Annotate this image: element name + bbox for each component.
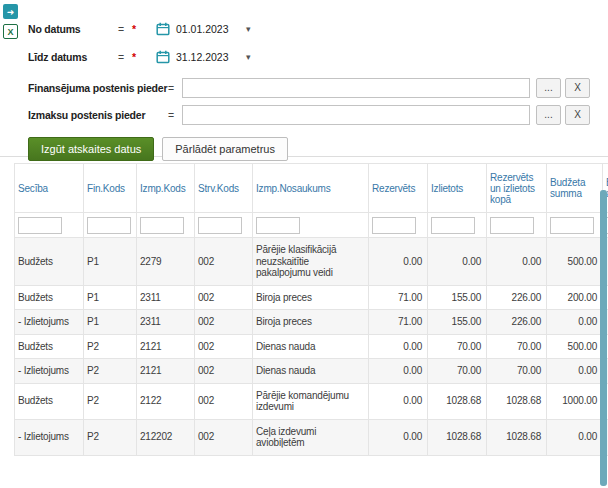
filter-cell	[253, 213, 369, 238]
table-cell: 002	[195, 359, 253, 384]
table-cell: - Izlietojums	[15, 310, 84, 335]
calendar-icon	[156, 22, 170, 36]
table-cell: 002	[195, 310, 253, 335]
column-header[interactable]: Rezervēts	[369, 164, 428, 213]
date-picker-to[interactable]: 31.12.2023 ▾	[156, 50, 251, 64]
date-value-to: 31.12.2023	[176, 51, 236, 63]
field-row-no-datums: No datums = * 01.01.2023 ▾	[28, 22, 608, 36]
table-cell: 155.00	[428, 285, 487, 310]
scrollbar-thumb[interactable]	[600, 190, 607, 486]
finansejuma-postenis-input[interactable]	[182, 78, 530, 98]
table-cell: Ceļa izdevumi aviobiļetēm	[253, 419, 369, 455]
column-header[interactable]: Izmp.Kods	[137, 164, 195, 213]
table-cell: - Izlietojums	[15, 419, 84, 455]
table-cell: 226.00	[487, 310, 547, 335]
table-cell: P1	[84, 238, 137, 286]
table-cell: 200.00	[547, 285, 603, 310]
column-filter-input[interactable]	[198, 217, 242, 234]
table-cell: 1028.68	[487, 383, 547, 419]
column-header[interactable]: Strv.Kods	[195, 164, 253, 213]
table-cell: P2	[84, 359, 137, 384]
table-cell: 1028.68	[428, 383, 487, 419]
column-filter-input[interactable]	[550, 217, 594, 234]
get-report-data-button[interactable]: Izgūt atskaites datus	[28, 137, 154, 161]
table-header-row: SecībaFin.KodsIzmp.KodsStrv.KodsIzmp.Nos…	[15, 164, 608, 213]
vertical-scrollbar[interactable]	[600, 190, 607, 486]
table-cell: 70.00	[428, 359, 487, 384]
table-cell: 1028.68	[428, 419, 487, 455]
column-filter-input[interactable]	[18, 217, 62, 234]
column-header[interactable]: Secība	[15, 164, 84, 213]
column-filter-input[interactable]	[140, 217, 184, 234]
table-cell: Pārējie komandējumu izdevumi	[253, 383, 369, 419]
table-cell: 71.00	[369, 285, 428, 310]
column-header[interactable]: Rezervēts un izlietots kopā	[487, 164, 547, 213]
table-cell: P1	[84, 285, 137, 310]
izmaksu-postenis-input[interactable]	[182, 105, 530, 125]
table-cell: 1028.68	[487, 419, 547, 455]
table-cell: - Izlietojums	[15, 359, 84, 384]
field-row-izmaksu-postenis: Izmaksu postenis pieder = ... X	[28, 105, 608, 125]
table-cell: 500.00	[547, 238, 603, 286]
table-cell: Biroja preces	[253, 285, 369, 310]
filter-cell	[369, 213, 428, 238]
table-row[interactable]: BudžetsP12279002Pārējie klasifikācijā ne…	[15, 238, 608, 286]
table-cell: 70.00	[487, 359, 547, 384]
column-filter-input[interactable]	[256, 217, 300, 234]
column-filter-input[interactable]	[372, 217, 416, 234]
table-cell: 2279	[137, 238, 195, 286]
operator-equals: =	[118, 51, 132, 63]
chevron-down-icon[interactable]: ▾	[246, 52, 251, 62]
table-filter-row	[15, 213, 608, 238]
table-cell: 002	[195, 383, 253, 419]
table-cell: 0.00	[547, 310, 603, 335]
side-toolbar: ➜ X	[3, 4, 21, 44]
lookup-browse-button[interactable]: ...	[536, 105, 561, 125]
table-cell: 2121	[137, 359, 195, 384]
date-value-from: 01.01.2023	[176, 23, 236, 35]
table-cell: 212202	[137, 419, 195, 455]
field-label: Izmaksu postenis pieder	[28, 109, 168, 121]
table-cell: 0.00	[369, 359, 428, 384]
column-filter-input[interactable]	[431, 217, 475, 234]
lookup-clear-button[interactable]: X	[565, 78, 590, 98]
reload-parameters-button[interactable]: Pārlādēt parametrus	[162, 137, 288, 161]
filter-cell	[547, 213, 603, 238]
table-cell: 2311	[137, 310, 195, 335]
chevron-down-icon[interactable]: ▾	[246, 24, 251, 34]
budget-report-window: ➜ X No datums = * 01.01.2023 ▾	[0, 0, 608, 456]
table-cell: P2	[84, 383, 137, 419]
column-header[interactable]: Izlietots	[428, 164, 487, 213]
table-cell: P1	[84, 310, 137, 335]
field-label: No datums	[28, 23, 118, 35]
date-picker-from[interactable]: 01.01.2023 ▾	[156, 22, 251, 36]
table-row[interactable]: - IzlietojumsP12311002Biroja preces71.00…	[15, 310, 608, 335]
filter-cell	[195, 213, 253, 238]
report-table-area: SecībaFin.KodsIzmp.KodsStrv.KodsIzmp.Nos…	[0, 157, 608, 456]
table-cell: 0.00	[369, 334, 428, 359]
filter-cell	[15, 213, 84, 238]
column-header[interactable]: Izmp.Nosaukums	[253, 164, 369, 213]
table-row[interactable]: - IzlietojumsP2212202002Ceļa izdevumi av…	[15, 419, 608, 455]
table-body: BudžetsP12279002Pārējie klasifikācijā ne…	[15, 238, 608, 456]
required-asterisk: *	[132, 23, 148, 35]
table-row[interactable]: BudžetsP22121002Dienas nauda0.0070.0070.…	[15, 334, 608, 359]
column-filter-input[interactable]	[490, 217, 534, 234]
table-cell: Budžets	[15, 238, 84, 286]
table-row[interactable]: BudžetsP22122002Pārējie komandējumu izde…	[15, 383, 608, 419]
collapse-panel-button[interactable]: ➜	[3, 4, 18, 19]
column-header[interactable]: Fin.Kods	[84, 164, 137, 213]
lookup-browse-button[interactable]: ...	[536, 78, 561, 98]
report-parameters-panel: No datums = * 01.01.2023 ▾ Līdz datums =	[0, 0, 608, 156]
filter-cell	[428, 213, 487, 238]
table-row[interactable]: - IzlietojumsP22121002Dienas nauda0.0070…	[15, 359, 608, 384]
table-cell: 155.00	[428, 310, 487, 335]
lookup-clear-button[interactable]: X	[565, 105, 590, 125]
table-row[interactable]: BudžetsP12311002Biroja preces71.00155.00…	[15, 285, 608, 310]
table-cell: 70.00	[487, 334, 547, 359]
column-filter-input[interactable]	[87, 217, 131, 234]
column-header[interactable]: Budžeta summa	[547, 164, 603, 213]
calendar-icon	[156, 50, 170, 64]
excel-export-button[interactable]: X	[3, 24, 18, 39]
operator-equals: =	[168, 82, 182, 94]
